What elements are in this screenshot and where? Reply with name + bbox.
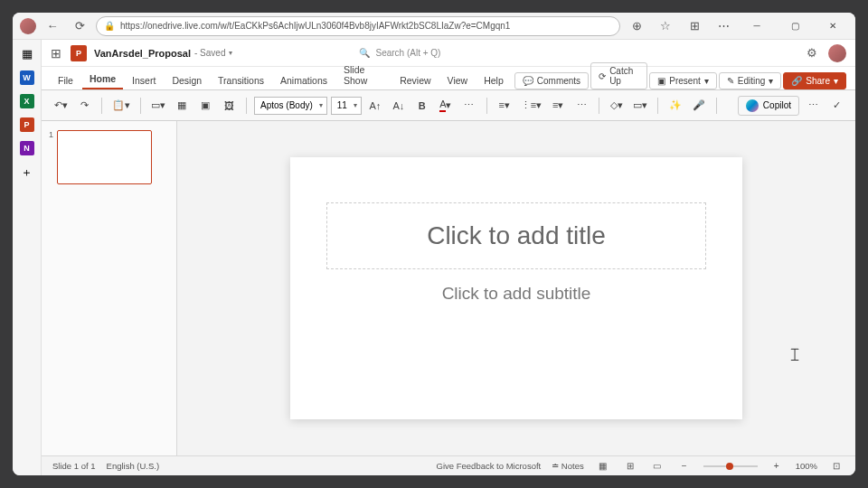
copilot-icon xyxy=(746,99,759,112)
catchup-button[interactable]: ⟳ Catch Up xyxy=(590,62,647,89)
collapse-ribbon-button[interactable]: ✓ xyxy=(826,95,846,117)
app-launcher-icon[interactable]: ⊞ xyxy=(51,46,61,61)
powerpoint-logo-icon: P xyxy=(71,45,87,61)
ribbon-tabs: File Home Insert Design Transitions Anim… xyxy=(42,67,855,90)
arrange-button[interactable]: ▭▾ xyxy=(630,95,650,117)
bullets-button[interactable]: ≡▾ xyxy=(495,95,514,117)
share-button[interactable]: 🔗 Share ▾ xyxy=(783,72,846,89)
rail-home-icon[interactable]: ▦ xyxy=(19,45,35,61)
chevron-down-icon[interactable]: ▾ xyxy=(229,49,232,57)
tab-slideshow[interactable]: Slide Show xyxy=(336,61,391,89)
tab-review[interactable]: Review xyxy=(392,71,438,89)
rail-excel-icon[interactable]: X xyxy=(20,94,34,108)
rail-word-icon[interactable]: W xyxy=(20,70,34,85)
slide-canvas[interactable]: Click to add title Click to add subtitle xyxy=(290,157,742,419)
align-button[interactable]: ≡▾ xyxy=(548,95,568,117)
language-status[interactable]: English (U.S.) xyxy=(107,461,160,471)
profile-avatar-icon[interactable] xyxy=(20,18,36,34)
slide-editor[interactable]: Click to add title Click to add subtitle… xyxy=(177,121,855,455)
read-aloud-icon[interactable]: ⊕ xyxy=(626,15,647,37)
zoom-slider[interactable] xyxy=(703,465,758,467)
shapes-button[interactable]: ◇▾ xyxy=(607,95,627,117)
tab-view[interactable]: View xyxy=(440,71,476,89)
user-avatar-icon[interactable] xyxy=(828,44,846,62)
copilot-button[interactable]: Copilot xyxy=(738,96,799,116)
tab-home[interactable]: Home xyxy=(82,70,123,89)
feedback-link[interactable]: Give Feedback to Microsoft xyxy=(437,461,542,471)
url-text: https://onedrive.live.com/w/t/EaCKkPs6Ac… xyxy=(120,21,510,31)
photo-button[interactable]: 🖼 xyxy=(219,95,239,117)
collections-icon[interactable]: ⊞ xyxy=(684,15,705,37)
paste-button[interactable]: 📋▾ xyxy=(109,95,133,117)
rail-powerpoint-icon[interactable]: P xyxy=(20,117,34,132)
zoom-out-button[interactable]: − xyxy=(676,459,693,474)
zoom-in-button[interactable]: + xyxy=(769,459,785,474)
view-reading-button[interactable]: ▭ xyxy=(649,459,665,474)
increase-font-button[interactable]: A↑ xyxy=(365,95,385,117)
font-size-select[interactable]: 11 xyxy=(331,97,362,115)
search-icon: 🔍 xyxy=(359,48,370,58)
rail-add-icon[interactable]: ＋ xyxy=(19,164,35,181)
fit-button[interactable]: ⊡ xyxy=(828,459,844,474)
more-font-button[interactable]: ⋯ xyxy=(459,95,479,117)
font-color-button[interactable]: A▾ xyxy=(436,95,456,117)
subtitle-placeholder[interactable]: Click to add subtitle xyxy=(326,277,706,311)
favorites-icon[interactable]: ☆ xyxy=(655,15,676,37)
search-input[interactable]: 🔍 Search (Alt + Q) xyxy=(359,48,440,58)
doc-title[interactable]: VanArsdel_Proposal xyxy=(94,48,191,59)
save-status: - Saved xyxy=(194,48,225,58)
numbering-button[interactable]: ⋮≡▾ xyxy=(518,95,544,117)
thumb-number: 1 xyxy=(49,130,53,184)
lock-icon: 🔒 xyxy=(104,21,115,31)
decrease-font-button[interactable]: A↓ xyxy=(389,95,409,117)
browser-titlebar: ← ⟳ 🔒 https://onedrive.live.com/w/t/EaCK… xyxy=(13,13,855,40)
tab-insert[interactable]: Insert xyxy=(125,71,163,89)
tab-animations[interactable]: Animations xyxy=(273,71,335,89)
text-cursor-icon: 𝙸 xyxy=(788,344,801,365)
tab-file[interactable]: File xyxy=(51,71,80,89)
view-sorter-button[interactable]: ⊞ xyxy=(622,459,638,474)
refresh-button[interactable]: ⟳ xyxy=(69,15,90,37)
tab-design[interactable]: Design xyxy=(165,71,209,89)
bold-button[interactable]: B xyxy=(412,95,432,117)
tab-transitions[interactable]: Transitions xyxy=(211,71,271,89)
slide-count[interactable]: Slide 1 of 1 xyxy=(52,461,96,471)
reset-button[interactable]: ▣ xyxy=(195,95,215,117)
dictate-button[interactable]: 🎤 xyxy=(689,95,709,117)
layout-button[interactable]: ▦ xyxy=(172,95,192,117)
maximize-button[interactable]: ▢ xyxy=(779,15,810,37)
designer-button[interactable]: ✨ xyxy=(665,95,685,117)
more-toolbar-button[interactable]: ⋯ xyxy=(803,95,823,117)
notes-button[interactable]: ≐ Notes xyxy=(552,461,583,471)
redo-button[interactable]: ↷ xyxy=(74,95,94,117)
comments-button[interactable]: 💬 Comments xyxy=(514,72,589,89)
side-rail: ▦ W X P N ＋ xyxy=(13,40,42,475)
new-slide-button[interactable]: ▭▾ xyxy=(148,95,168,117)
title-placeholder[interactable]: Click to add title xyxy=(326,202,706,269)
back-button[interactable]: ← xyxy=(42,15,63,37)
statusbar: Slide 1 of 1 English (U.S.) Give Feedbac… xyxy=(42,455,855,475)
address-bar[interactable]: 🔒 https://onedrive.live.com/w/t/EaCKkPs6… xyxy=(96,16,620,36)
slide-thumbnails: 1 xyxy=(42,121,177,455)
view-normal-button[interactable]: ▦ xyxy=(595,459,611,474)
settings-gear-icon[interactable]: ⚙ xyxy=(807,46,817,60)
present-button[interactable]: ▣ Present ▾ xyxy=(649,72,716,89)
minimize-button[interactable]: ─ xyxy=(741,15,772,37)
zoom-level[interactable]: 100% xyxy=(796,461,817,471)
settings-more-icon[interactable]: ⋯ xyxy=(712,15,734,37)
tab-help[interactable]: Help xyxy=(476,71,511,89)
app-titlebar: ⊞ P VanArsdel_Proposal - Saved ▾ 🔍 Searc… xyxy=(42,40,855,67)
toolbar: ↶▾ ↷ 📋▾ ▭▾ ▦ ▣ 🖼 Aptos (Body) 11 A↑ A↓ B… xyxy=(42,90,855,121)
slide-thumb-1[interactable] xyxy=(57,130,152,184)
close-button[interactable]: ✕ xyxy=(817,15,848,37)
more-para-button[interactable]: ⋯ xyxy=(571,95,591,117)
editing-button[interactable]: ✎ Editing ▾ xyxy=(719,72,782,89)
undo-button[interactable]: ↶▾ xyxy=(51,95,71,117)
font-select[interactable]: Aptos (Body) xyxy=(254,97,327,115)
rail-onenote-icon[interactable]: N xyxy=(20,141,34,155)
